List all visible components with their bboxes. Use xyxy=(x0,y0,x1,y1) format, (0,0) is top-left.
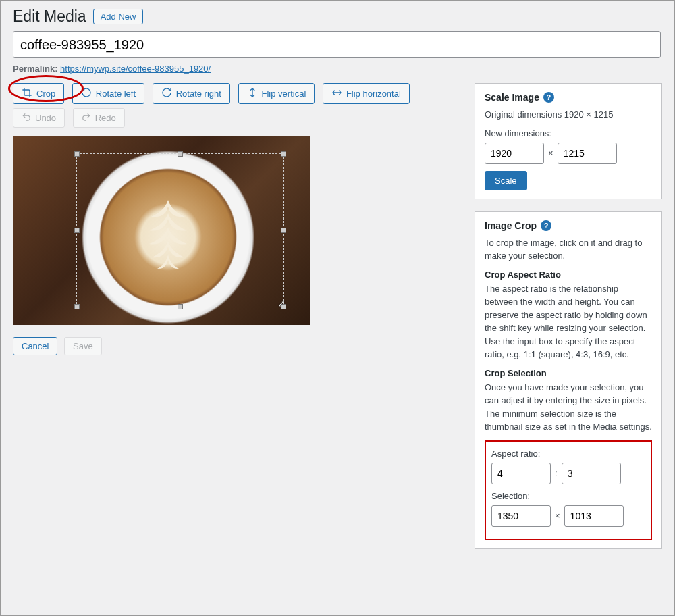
crop-icon xyxy=(22,87,36,100)
original-dimensions: Original dimensions 1920 × 1215 xyxy=(485,108,652,122)
crop-selection-body: Once you have made your selection, you c… xyxy=(485,381,652,434)
image-crop-panel: Image Crop ? To crop the image, click on… xyxy=(475,211,662,549)
page-title: Edit Media xyxy=(13,7,86,26)
selection-height-input[interactable] xyxy=(564,505,624,527)
flip-vertical-label: Flip vertical xyxy=(262,88,306,99)
aspect-ratio-heading: Crop Aspect Ratio xyxy=(485,270,652,280)
selection-label: Selection: xyxy=(491,491,645,501)
image-preview[interactable]: ⤢ xyxy=(13,136,310,325)
rotate-right-button[interactable]: Rotate right xyxy=(153,83,230,104)
aspect-ratio-width-input[interactable] xyxy=(491,463,551,484)
crop-handle-e[interactable] xyxy=(281,228,286,233)
rotate-right-icon xyxy=(161,87,176,100)
image-crop-title: Image Crop xyxy=(485,220,537,231)
scale-width-input[interactable] xyxy=(485,143,544,164)
crop-handle-n[interactable] xyxy=(178,151,183,157)
flip-vertical-icon xyxy=(247,87,262,100)
crop-handle-sw[interactable] xyxy=(74,304,80,309)
crop-intro: To crop the image, click on it and drag … xyxy=(485,236,652,263)
new-dimensions-label: New dimensions: xyxy=(485,128,652,138)
save-button: Save xyxy=(64,337,102,355)
crop-selection-heading: Crop Selection xyxy=(485,368,652,378)
flip-horizontal-icon xyxy=(331,87,346,100)
permalink-link[interactable]: https://mywp.site/coffee-983955_1920/ xyxy=(60,63,211,74)
rotate-left-button[interactable]: Rotate left xyxy=(72,83,144,104)
annotation-box: Aspect ratio: : Selection: × xyxy=(485,440,652,540)
flip-horizontal-label: Flip horizontal xyxy=(346,88,401,99)
flip-horizontal-button[interactable]: Flip horizontal xyxy=(323,83,410,104)
help-icon[interactable]: ? xyxy=(541,220,551,231)
resize-cursor-icon: ⤢ xyxy=(277,298,286,309)
undo-label: Undo xyxy=(35,113,56,123)
help-icon[interactable]: ? xyxy=(543,92,554,103)
scale-image-title: Scale Image xyxy=(485,92,539,103)
add-new-button[interactable]: Add New xyxy=(93,9,144,24)
undo-icon xyxy=(22,112,35,124)
ratio-separator: : xyxy=(555,468,558,478)
scale-height-input[interactable] xyxy=(558,143,617,164)
redo-button: Redo xyxy=(73,108,125,128)
cancel-button[interactable]: Cancel xyxy=(13,337,57,355)
media-title-input[interactable] xyxy=(13,31,661,58)
rotate-right-label: Rotate right xyxy=(176,88,221,99)
crop-button[interactable]: Crop xyxy=(13,83,64,104)
dim-separator: × xyxy=(555,511,560,521)
flip-vertical-button[interactable]: Flip vertical xyxy=(238,83,315,104)
scale-image-panel: Scale Image ? Original dimensions 1920 ×… xyxy=(475,83,662,199)
aspect-ratio-height-input[interactable] xyxy=(562,463,621,484)
crop-handle-w[interactable] xyxy=(74,228,80,233)
crop-handle-nw[interactable] xyxy=(74,151,80,157)
dim-separator: × xyxy=(548,148,554,158)
crop-selection[interactable]: ⤢ xyxy=(76,153,284,307)
permalink-label: Permalink: xyxy=(13,63,57,74)
aspect-ratio-body: The aspect ratio is the relationship bet… xyxy=(485,282,652,361)
rotate-left-label: Rotate left xyxy=(96,88,136,99)
rotate-left-icon xyxy=(81,87,96,100)
permalink-row: Permalink: https://mywp.site/coffee-9839… xyxy=(13,63,662,74)
crop-handle-ne[interactable] xyxy=(281,151,286,157)
aspect-ratio-label: Aspect ratio: xyxy=(491,448,645,459)
undo-button: Undo xyxy=(13,108,65,128)
redo-icon xyxy=(82,112,95,124)
crop-button-label: Crop xyxy=(36,88,55,99)
crop-handle-s[interactable] xyxy=(178,304,183,309)
selection-width-input[interactable] xyxy=(491,505,551,527)
scale-button[interactable]: Scale xyxy=(485,171,527,190)
redo-label: Redo xyxy=(95,113,116,123)
image-edit-toolbar: Crop Rotate left Rotate right Flip verti… xyxy=(13,83,461,128)
